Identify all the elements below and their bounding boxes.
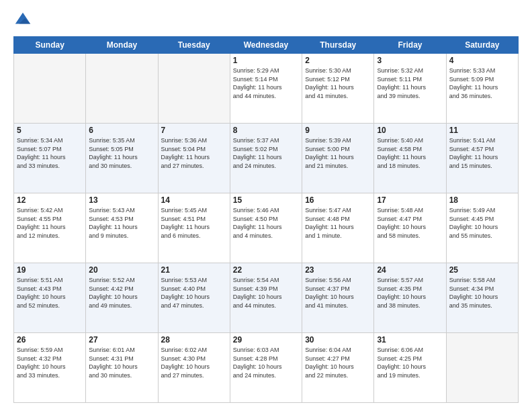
- day-info: Sunrise: 5:42 AM Sunset: 4:55 PM Dayligh…: [17, 206, 83, 240]
- day-number: 27: [89, 335, 154, 345]
- calendar-cell: 7Sunrise: 5:36 AM Sunset: 5:04 PM Daylig…: [158, 124, 230, 193]
- calendar-cell: 12Sunrise: 5:42 AM Sunset: 4:55 PM Dayli…: [14, 193, 86, 263]
- calendar-cell: [86, 54, 158, 124]
- calendar-cell: 8Sunrise: 5:37 AM Sunset: 5:02 PM Daylig…: [230, 124, 302, 193]
- day-number: 16: [305, 195, 371, 205]
- day-info: Sunrise: 6:02 AM Sunset: 4:30 PM Dayligh…: [161, 346, 227, 379]
- calendar-cell: 4Sunrise: 5:33 AM Sunset: 5:09 PM Daylig…: [446, 54, 518, 124]
- day-number: 26: [17, 335, 83, 345]
- day-number: 22: [233, 265, 299, 275]
- day-info: Sunrise: 5:49 AM Sunset: 4:45 PM Dayligh…: [449, 206, 515, 240]
- day-info: Sunrise: 5:33 AM Sunset: 5:09 PM Dayligh…: [449, 66, 515, 100]
- week-row-2: 5Sunrise: 5:34 AM Sunset: 5:07 PM Daylig…: [14, 124, 519, 193]
- calendar-cell: 20Sunrise: 5:52 AM Sunset: 4:42 PM Dayli…: [86, 263, 158, 333]
- day-info: Sunrise: 6:06 AM Sunset: 4:25 PM Dayligh…: [377, 346, 443, 379]
- calendar-cell: 6Sunrise: 5:35 AM Sunset: 5:05 PM Daylig…: [86, 124, 158, 193]
- day-number: 8: [233, 126, 299, 135]
- calendar-cell: 26Sunrise: 5:59 AM Sunset: 4:32 PM Dayli…: [14, 333, 86, 403]
- calendar-cell: 22Sunrise: 5:54 AM Sunset: 4:39 PM Dayli…: [230, 263, 302, 333]
- day-info: Sunrise: 5:51 AM Sunset: 4:43 PM Dayligh…: [17, 276, 83, 310]
- day-info: Sunrise: 5:59 AM Sunset: 4:32 PM Dayligh…: [17, 346, 83, 379]
- day-number: 13: [89, 195, 154, 205]
- day-info: Sunrise: 5:34 AM Sunset: 5:07 PM Dayligh…: [17, 136, 83, 170]
- week-row-3: 12Sunrise: 5:42 AM Sunset: 4:55 PM Dayli…: [14, 193, 519, 263]
- day-info: Sunrise: 5:57 AM Sunset: 4:35 PM Dayligh…: [377, 276, 443, 310]
- header-thursday: Thursday: [302, 37, 374, 54]
- day-info: Sunrise: 6:03 AM Sunset: 4:28 PM Dayligh…: [233, 346, 299, 379]
- calendar-cell: 25Sunrise: 5:58 AM Sunset: 4:34 PM Dayli…: [446, 263, 518, 333]
- calendar-cell: 13Sunrise: 5:43 AM Sunset: 4:53 PM Dayli…: [86, 193, 158, 263]
- page: Sunday Monday Tuesday Wednesday Thursday…: [0, 0, 532, 411]
- day-info: Sunrise: 5:56 AM Sunset: 4:37 PM Dayligh…: [305, 276, 371, 310]
- calendar-cell: 24Sunrise: 5:57 AM Sunset: 4:35 PM Dayli…: [374, 263, 446, 333]
- day-info: Sunrise: 6:01 AM Sunset: 4:31 PM Dayligh…: [89, 346, 154, 379]
- calendar-cell: 1Sunrise: 5:29 AM Sunset: 5:14 PM Daylig…: [230, 54, 302, 124]
- logo: [13, 11, 35, 30]
- day-number: 23: [305, 265, 371, 275]
- day-info: Sunrise: 5:39 AM Sunset: 5:00 PM Dayligh…: [305, 136, 371, 170]
- weekday-header-row: Sunday Monday Tuesday Wednesday Thursday…: [14, 37, 519, 54]
- day-number: 25: [449, 265, 515, 275]
- calendar-cell: 19Sunrise: 5:51 AM Sunset: 4:43 PM Dayli…: [14, 263, 86, 333]
- day-number: 12: [17, 195, 83, 205]
- day-number: 14: [161, 195, 227, 205]
- day-number: 10: [377, 126, 443, 135]
- day-number: 18: [449, 195, 515, 205]
- day-info: Sunrise: 5:45 AM Sunset: 4:51 PM Dayligh…: [161, 206, 227, 240]
- day-number: 4: [449, 56, 515, 65]
- day-number: 3: [377, 56, 443, 65]
- day-number: 5: [17, 126, 83, 135]
- day-info: Sunrise: 5:36 AM Sunset: 5:04 PM Dayligh…: [161, 136, 227, 170]
- day-info: Sunrise: 5:29 AM Sunset: 5:14 PM Dayligh…: [233, 66, 299, 100]
- calendar-cell: 27Sunrise: 6:01 AM Sunset: 4:31 PM Dayli…: [86, 333, 158, 403]
- calendar-cell: 30Sunrise: 6:04 AM Sunset: 4:27 PM Dayli…: [302, 333, 374, 403]
- day-number: 24: [377, 265, 443, 275]
- day-number: 1: [233, 56, 299, 65]
- calendar-table: Sunday Monday Tuesday Wednesday Thursday…: [13, 36, 519, 403]
- day-info: Sunrise: 5:40 AM Sunset: 4:58 PM Dayligh…: [377, 136, 443, 170]
- day-number: 28: [161, 335, 227, 345]
- day-number: 20: [89, 265, 154, 275]
- calendar-cell: 17Sunrise: 5:48 AM Sunset: 4:47 PM Dayli…: [374, 193, 446, 263]
- day-info: Sunrise: 5:30 AM Sunset: 5:12 PM Dayligh…: [305, 66, 371, 100]
- day-number: 11: [449, 126, 515, 135]
- day-info: Sunrise: 5:48 AM Sunset: 4:47 PM Dayligh…: [377, 206, 443, 240]
- header-sunday: Sunday: [14, 37, 86, 54]
- calendar-cell: 18Sunrise: 5:49 AM Sunset: 4:45 PM Dayli…: [446, 193, 518, 263]
- header-saturday: Saturday: [446, 37, 518, 54]
- day-number: 15: [233, 195, 299, 205]
- header-wednesday: Wednesday: [230, 37, 302, 54]
- day-number: 30: [305, 335, 371, 345]
- day-info: Sunrise: 5:35 AM Sunset: 5:05 PM Dayligh…: [89, 136, 154, 170]
- header: [13, 11, 519, 30]
- day-info: Sunrise: 5:54 AM Sunset: 4:39 PM Dayligh…: [233, 276, 299, 310]
- calendar-cell: 9Sunrise: 5:39 AM Sunset: 5:00 PM Daylig…: [302, 124, 374, 193]
- day-info: Sunrise: 5:53 AM Sunset: 4:40 PM Dayligh…: [161, 276, 227, 310]
- calendar-cell: 5Sunrise: 5:34 AM Sunset: 5:07 PM Daylig…: [14, 124, 86, 193]
- header-friday: Friday: [374, 37, 446, 54]
- calendar-cell: 2Sunrise: 5:30 AM Sunset: 5:12 PM Daylig…: [302, 54, 374, 124]
- day-number: 21: [161, 265, 227, 275]
- week-row-4: 19Sunrise: 5:51 AM Sunset: 4:43 PM Dayli…: [14, 263, 519, 333]
- day-info: Sunrise: 6:04 AM Sunset: 4:27 PM Dayligh…: [305, 346, 371, 379]
- calendar-cell: 11Sunrise: 5:41 AM Sunset: 4:57 PM Dayli…: [446, 124, 518, 193]
- day-number: 9: [305, 126, 371, 135]
- calendar-cell: [158, 54, 230, 124]
- calendar-cell: 16Sunrise: 5:47 AM Sunset: 4:48 PM Dayli…: [302, 193, 374, 263]
- header-monday: Monday: [86, 37, 158, 54]
- day-info: Sunrise: 5:46 AM Sunset: 4:50 PM Dayligh…: [233, 206, 299, 240]
- day-number: 17: [377, 195, 443, 205]
- logo-icon: [13, 11, 32, 30]
- calendar-cell: 10Sunrise: 5:40 AM Sunset: 4:58 PM Dayli…: [374, 124, 446, 193]
- day-info: Sunrise: 5:32 AM Sunset: 5:11 PM Dayligh…: [377, 66, 443, 100]
- calendar-cell: [446, 333, 518, 403]
- header-tuesday: Tuesday: [158, 37, 230, 54]
- day-number: 19: [17, 265, 83, 275]
- day-info: Sunrise: 5:58 AM Sunset: 4:34 PM Dayligh…: [449, 276, 515, 310]
- day-info: Sunrise: 5:41 AM Sunset: 4:57 PM Dayligh…: [449, 136, 515, 170]
- calendar-cell: [14, 54, 86, 124]
- calendar-cell: 28Sunrise: 6:02 AM Sunset: 4:30 PM Dayli…: [158, 333, 230, 403]
- day-number: 7: [161, 126, 227, 135]
- day-info: Sunrise: 5:43 AM Sunset: 4:53 PM Dayligh…: [89, 206, 154, 240]
- day-number: 6: [89, 126, 154, 135]
